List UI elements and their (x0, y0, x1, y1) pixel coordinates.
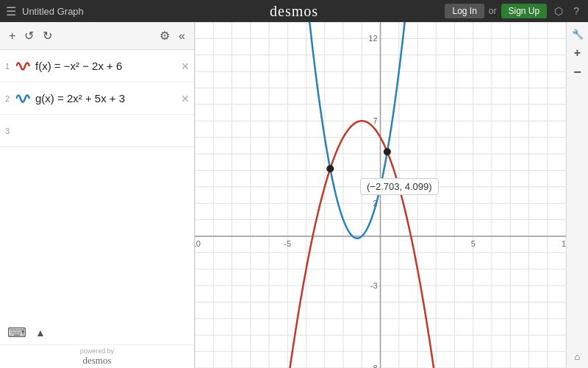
header-left: ☰ Untitled Graph (6, 4, 84, 18)
powered-by: powered by desmos (0, 344, 194, 368)
expression-row-2: 2 g(x) = 2x² + 5x + 3 ✕ (0, 82, 194, 115)
expr-number-2: 2 (0, 94, 15, 103)
expr-close-1[interactable]: ✕ (176, 59, 194, 74)
keyboard-area: ⌨ ▲ (0, 321, 194, 344)
redo-button[interactable]: ↻ (40, 27, 55, 44)
help-icon[interactable]: ? (570, 4, 582, 18)
left-panel: + ↺ ↻ ⚙ « 1 f(x) = −x² − 2x + 6 ✕ (0, 22, 195, 368)
graph-area[interactable]: (−2.703, 4.099) (0.37, 5.123) 🔧 + − ⌂ (195, 22, 588, 368)
add-expression-button[interactable]: + (6, 28, 18, 44)
settings-button[interactable]: ⚙ (157, 27, 173, 44)
header-right: Log In or Sign Up ⬡ ? (445, 4, 582, 18)
expr-text-1[interactable]: f(x) = −x² − 2x + 6 (32, 60, 176, 72)
desmos-small-logo: desmos (83, 355, 112, 367)
desmos-logo: desmos (270, 3, 318, 20)
powered-text: powered by (80, 347, 115, 355)
expr-close-2[interactable]: ✕ (176, 91, 194, 106)
keyboard-expand[interactable]: ▲ (32, 325, 49, 340)
expression-toolbar: + ↺ ↻ ⚙ « (0, 22, 194, 50)
main: + ↺ ↻ ⚙ « 1 f(x) = −x² − 2x + 6 ✕ (0, 22, 588, 368)
expr-color-icon-1[interactable] (15, 57, 32, 75)
login-button[interactable]: Log In (445, 4, 484, 18)
expr-text-2[interactable]: g(x) = 2x² + 5x + 3 (32, 92, 176, 105)
zoom-out-button[interactable]: − (569, 63, 587, 81)
graph-canvas[interactable] (195, 22, 588, 368)
header: ☰ Untitled Graph desmos Log In or Sign U… (0, 0, 588, 22)
toolbar-right: ⚙ « (157, 27, 188, 44)
undo-button[interactable]: ↺ (21, 27, 37, 44)
expr-number-3: 3 (0, 127, 15, 135)
signup-button[interactable]: Sign Up (501, 4, 548, 18)
right-toolbar: 🔧 + − ⌂ (566, 22, 588, 368)
expression-list: 1 f(x) = −x² − 2x + 6 ✕ 2 g(x) = 2x² + 5… (0, 50, 194, 185)
expr-color-icon-2[interactable] (15, 90, 32, 107)
toolbar-left: + ↺ ↻ (6, 27, 55, 44)
share-icon[interactable]: ⬡ (551, 4, 566, 18)
expr-number-1: 1 (0, 62, 15, 71)
zoom-in-button[interactable]: + (569, 44, 587, 62)
home-button[interactable]: ⌂ (569, 347, 587, 365)
wrench-button[interactable]: 🔧 (569, 25, 587, 43)
expression-row-1: 1 f(x) = −x² − 2x + 6 ✕ (0, 50, 194, 82)
hamburger-icon[interactable]: ☰ (6, 4, 16, 18)
or-text: or (489, 6, 497, 16)
keyboard-icon[interactable]: ⌨ (4, 323, 29, 342)
graph-title: Untitled Graph (22, 6, 84, 17)
expression-row-3: 3 (0, 115, 194, 147)
collapse-button[interactable]: « (176, 28, 188, 44)
